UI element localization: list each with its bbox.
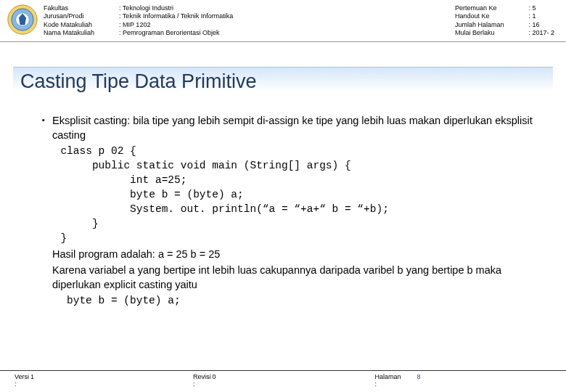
document-footer: Versi : 1 Revisi : 0 Halaman : 8 Dari : … — [0, 370, 566, 392]
page-title: Casting Tipe Data Primitive — [20, 70, 546, 93]
label-kode: Kode Matakuliah — [44, 21, 94, 29]
label-jurusan: Jurusan/Prodi — [44, 12, 94, 20]
footer-versi: Versi : 1 — [15, 373, 34, 388]
bullet-text: Eksplisit casting: bila tipe yang lebih … — [52, 115, 533, 141]
value-handout: : 1 — [528, 12, 554, 20]
value-kode: : MIP 1202 — [119, 21, 233, 29]
label-handout: Handout Ke — [455, 12, 504, 20]
header-right-labels: Pertemuan Ke Handout Ke Jumlah Halaman M… — [455, 4, 504, 37]
code-block: class p 02 { public static void main (St… — [48, 144, 541, 245]
explain-text: Karena variabel a yang bertipe int lebih… — [52, 263, 541, 292]
slide-content: ▪ Eksplisit casting: bila tipe yang lebi… — [0, 97, 566, 308]
value-mulai: : 2017- 2 — [528, 29, 554, 37]
value-pertemuan: : 5 — [528, 4, 554, 12]
label-mulai: Mulai Berlaku — [455, 29, 504, 37]
cast-code: byte b = (byte) a; — [67, 293, 541, 308]
halaman-label: Halaman : — [375, 373, 401, 388]
label-jumlah: Jumlah Halaman — [455, 21, 504, 29]
header-left-labels: Fakultas Jurusan/Prodi Kode Matakuliah N… — [44, 4, 94, 37]
label-nama: Nama Matakuliah — [44, 29, 94, 37]
value-jumlah: : 16 — [528, 21, 554, 29]
versi-label: Versi : — [15, 373, 29, 388]
result-text: Hasil program adalah: a = 25 b = 25 — [52, 247, 541, 261]
value-jurusan: : Teknik Informatika / Teknik Informatik… — [119, 12, 233, 20]
document-header: Fakultas Jurusan/Prodi Kode Matakuliah N… — [0, 0, 566, 42]
label-fakultas: Fakultas — [44, 4, 94, 12]
header-left-values: : Teknologi Industri : Teknik Informatik… — [116, 4, 455, 37]
value-fakultas: : Teknologi Industri — [119, 4, 233, 12]
footer-revisi: Revisi : 0 — [193, 373, 216, 388]
value-nama: : Pemrograman Berorientasi Objek — [119, 29, 233, 37]
revisi-label: Revisi : — [193, 373, 211, 388]
label-pertemuan: Pertemuan Ke — [455, 4, 504, 12]
institution-logo — [7, 4, 38, 35]
header-right-values: : 5 : 1 : 16 : 2017- 2 — [525, 4, 554, 37]
slide-title-bar: Casting Tipe Data Primitive — [13, 67, 553, 97]
footer-halaman: Halaman : 8 — [375, 373, 421, 388]
